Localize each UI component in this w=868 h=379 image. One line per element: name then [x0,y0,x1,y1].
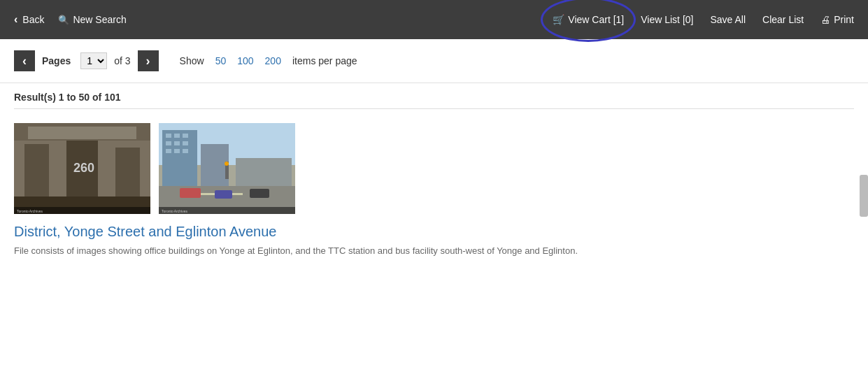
show-label: Show [180,55,204,66]
svg-rect-26 [201,193,215,195]
svg-rect-29 [215,190,232,199]
svg-rect-24 [236,158,292,186]
cart-icon [553,14,564,25]
svg-rect-16 [183,134,188,138]
view-cart-wrapper: View Cart [1] [553,14,624,25]
svg-rect-8 [28,127,136,139]
page-number-select[interactable]: 1 2 3 [80,52,107,69]
items-per-page-label: items per page [292,55,357,66]
per-page-200-link[interactable]: 200 [265,55,281,66]
per-page-100-link[interactable]: 100 [237,55,253,66]
new-search-label: New Search [73,14,126,25]
svg-rect-15 [174,134,180,138]
back-arrow-icon [14,13,19,26]
result-desc-text: File consists of images showing office b… [14,245,578,256]
view-cart-label: View Cart [1] [568,14,624,25]
image-2-svg: Toronto Archives [159,123,295,214]
svg-rect-28 [180,188,201,198]
view-cart-button[interactable]: View Cart [1] [553,14,624,25]
back-button[interactable]: Back [14,13,44,26]
result-description: File consists of images showing office b… [14,244,854,258]
result-title[interactable]: District, Yonge Street and Eglinton Aven… [14,224,854,240]
next-page-button[interactable] [138,50,159,71]
of-pages-text: of 3 [114,55,130,66]
print-icon [820,14,830,25]
clear-list-label: Clear List [762,14,804,25]
svg-rect-23 [201,144,229,186]
svg-rect-19 [183,141,188,145]
svg-text:Toronto Archives: Toronto Archives [17,209,43,213]
svg-rect-14 [166,134,171,138]
result-item: 260 Toronto Archives [0,109,868,272]
print-button[interactable]: Print [820,14,854,25]
svg-rect-18 [174,141,180,145]
toolbar-right: View Cart [1] View List [0] Save All Cle… [553,14,854,25]
save-all-button[interactable]: Save All [710,14,746,25]
svg-rect-21 [174,149,180,153]
image-1-svg: 260 Toronto Archives [14,123,150,214]
result-title-text: District, Yonge Street and Eglinton Aven… [14,224,276,239]
results-count: Result(s) 1 to 50 of 101 [0,83,868,108]
svg-rect-13 [162,130,197,186]
pages-label: Pages [42,55,71,66]
result-image-2[interactable]: Toronto Archives [159,123,295,214]
clear-list-button[interactable]: Clear List [762,14,804,25]
view-list-button[interactable]: View List [0] [641,14,693,25]
svg-rect-17 [166,141,171,145]
save-all-label: Save All [710,14,746,25]
new-search-button[interactable]: New Search [58,14,126,25]
prev-page-button[interactable] [14,50,35,71]
print-label: Print [834,14,854,25]
chevron-left-icon [22,54,27,69]
svg-rect-22 [183,149,188,153]
svg-text:Toronto Archives: Toronto Archives [162,209,187,213]
pagination-bar: Pages 1 2 3 of 3 Show 50 100 200 items p… [0,39,868,83]
chevron-right-icon [146,54,150,69]
svg-point-32 [225,162,229,166]
result-image-1[interactable]: 260 Toronto Archives [14,123,150,214]
search-icon [58,14,69,25]
result-images: 260 Toronto Archives [14,123,854,214]
results-summary: Result(s) 1 to 50 of 101 [14,92,121,103]
scrollbar-handle[interactable] [860,175,868,217]
svg-rect-30 [250,189,269,198]
svg-text:260: 260 [73,161,94,175]
per-page-50-link[interactable]: 50 [215,55,227,66]
view-list-label: View List [0] [641,14,693,25]
back-label: Back [22,14,44,25]
svg-rect-20 [166,149,171,153]
toolbar-left: Back New Search [14,13,127,26]
toolbar: Back New Search View Cart [1] View List … [0,0,868,39]
